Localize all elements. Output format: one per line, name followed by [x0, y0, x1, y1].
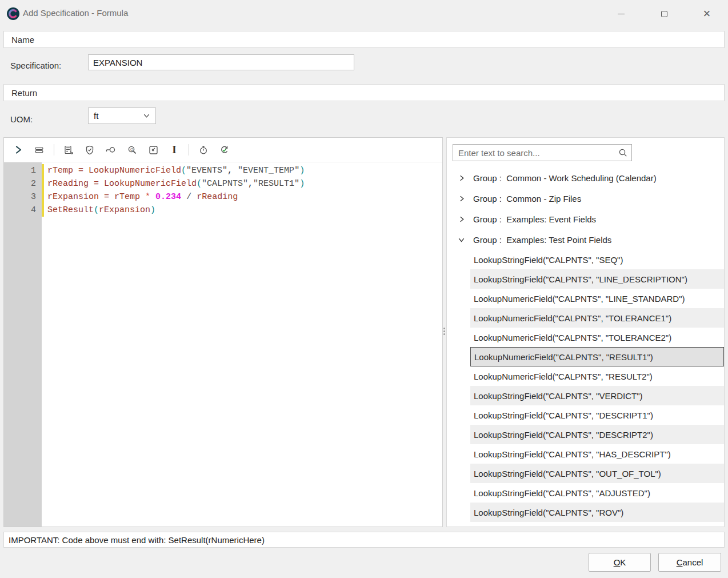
- tree-group-label: Group : Examples: Test Point Fields: [473, 235, 611, 245]
- tree-item[interactable]: LookupNumericField("CALPNTS", "TOLERANCE…: [470, 328, 724, 347]
- code-content[interactable]: rTemp = LookupNumericField("EVENTS", "EV…: [42, 162, 442, 527]
- tree-item[interactable]: LookupStringField("CALPNTS", "HAS_DESCRI…: [470, 444, 724, 464]
- tree-item[interactable]: LookupStringField("CALPNTS", "ADJUSTED"): [470, 483, 724, 503]
- code-line[interactable]: SetResult(rExpansion): [47, 204, 442, 217]
- tree-group-row[interactable]: Group : Common - Zip Files: [447, 188, 724, 209]
- tree-group-row[interactable]: Group : Examples: Test Point Fields: [447, 229, 724, 250]
- add-specification-dialog: Add Specification - Formula × Name Speci…: [0, 0, 728, 578]
- chevron-down-icon[interactable]: [457, 235, 466, 244]
- ok-button[interactable]: OK: [589, 553, 651, 572]
- tree-item[interactable]: LookupStringField("CALPNTS", "LINE_DESCR…: [470, 269, 724, 289]
- code-editor[interactable]: 1234 rTemp = LookupNumericField("EVENTS"…: [4, 162, 442, 527]
- tree-item[interactable]: LookupNumericField("CALPNTS", "RESULT1"): [470, 347, 724, 366]
- app-logo-icon: [7, 7, 19, 20]
- svg-text:Q: Q: [130, 147, 134, 152]
- insert-field-icon[interactable]: [146, 143, 160, 157]
- syntax-check-icon[interactable]: [218, 143, 231, 157]
- search-icon[interactable]: [614, 148, 631, 158]
- formula-editor-pane: Q I 1234 rTemp = LookupNumericField("EVE…: [3, 137, 443, 527]
- minimize-button[interactable]: [608, 0, 634, 27]
- line-number: 4: [4, 204, 42, 217]
- calculator-icon[interactable]: [62, 143, 75, 157]
- search-input[interactable]: [453, 148, 614, 158]
- tree-item[interactable]: LookupNumericField("CALPNTS", "RESULT2"): [470, 366, 724, 386]
- field-tree: Group : Common - Work Scheduling (Calend…: [447, 168, 724, 527]
- maximize-button[interactable]: [651, 0, 677, 27]
- text-cursor-icon[interactable]: I: [167, 143, 181, 157]
- tree-item[interactable]: LookupStringField("CALPNTS", "SEQ"): [470, 250, 724, 269]
- zoom-icon[interactable]: Q: [125, 143, 139, 157]
- close-icon: ×: [703, 7, 711, 20]
- minimize-icon: [618, 14, 625, 14]
- tree-group-label: Group : Common - Work Scheduling (Calend…: [473, 173, 657, 183]
- code-line[interactable]: rTemp = LookupNumericField("EVENTS", "EV…: [47, 164, 442, 177]
- chevron-right-icon[interactable]: [11, 143, 25, 157]
- code-line[interactable]: rExpansion = rTemp * 0.234 / rReading: [47, 190, 442, 204]
- find-icon[interactable]: [104, 143, 118, 157]
- cancel-button[interactable]: Cancel: [658, 553, 721, 572]
- shield-check-icon[interactable]: [83, 143, 97, 157]
- line-numbers: 1234: [4, 162, 42, 527]
- tree-group-row[interactable]: Group : Examples: Event Fields: [447, 209, 724, 229]
- chevron-right-icon[interactable]: [457, 194, 466, 203]
- tree-item[interactable]: LookupNumericField("CALPNTS", "TOLERANCE…: [470, 308, 724, 328]
- close-button[interactable]: ×: [694, 0, 720, 27]
- change-bar: [42, 164, 44, 217]
- chevron-down-icon: [143, 112, 150, 119]
- tree-group-label: Group : Examples: Event Fields: [473, 214, 596, 224]
- toolbar-separator: [54, 144, 54, 156]
- tree-group-label: Group : Common - Zip Files: [473, 194, 581, 204]
- cancel-button-label: Cancel: [659, 557, 721, 567]
- chevron-right-icon[interactable]: [457, 214, 466, 224]
- search-box: [453, 144, 632, 161]
- chevron-right-icon[interactable]: [457, 173, 466, 182]
- tree-item[interactable]: LookupNumericField("CALPNTS", "LINE_STAN…: [470, 289, 724, 308]
- ok-button-label: OK: [589, 557, 650, 567]
- name-section-header: Name: [3, 31, 725, 48]
- editor-toolbar: Q I: [4, 138, 442, 162]
- specification-input[interactable]: [88, 54, 354, 70]
- important-note: IMPORTANT: Code above must end with: Set…: [3, 532, 725, 548]
- stopwatch-icon[interactable]: [197, 143, 210, 157]
- specification-label: Specification:: [10, 61, 61, 70]
- window-title: Add Specification - Formula: [23, 8, 128, 18]
- function-browser-pane: Group : Common - Work Scheduling (Calend…: [446, 137, 725, 527]
- line-number: 2: [4, 177, 42, 190]
- uom-dropdown[interactable]: ft: [88, 107, 156, 124]
- tree-item[interactable]: LookupStringField("CALPNTS", "VERDICT"): [470, 386, 724, 405]
- line-number: 1: [4, 164, 42, 177]
- tree-item[interactable]: LookupStringField("CALPNTS", "OUT_OF_TOL…: [470, 464, 724, 483]
- tree-group-row[interactable]: Group : Common - Work Scheduling (Calend…: [447, 168, 724, 188]
- formatting-marks-icon[interactable]: [33, 143, 46, 157]
- tree-item[interactable]: LookupStringField("CALPNTS", "DESCRIPT1"…: [470, 405, 724, 425]
- line-number: 3: [4, 190, 42, 204]
- title-bar: Add Specification - Formula ×: [0, 0, 728, 27]
- maximize-icon: [661, 11, 667, 17]
- code-line[interactable]: rReading = LookupNumericField("CALPNTS",…: [47, 177, 442, 190]
- tree-item[interactable]: LookupStringField("CALPNTS", "ROV"): [470, 503, 724, 522]
- uom-label: UOM:: [10, 114, 33, 124]
- toolbar-separator: [189, 144, 189, 156]
- tree-item[interactable]: LookupStringField("CALPNTS", "DESCRIPT2"…: [470, 425, 724, 444]
- return-section-header: Return: [3, 84, 725, 101]
- uom-value: ft: [94, 111, 98, 121]
